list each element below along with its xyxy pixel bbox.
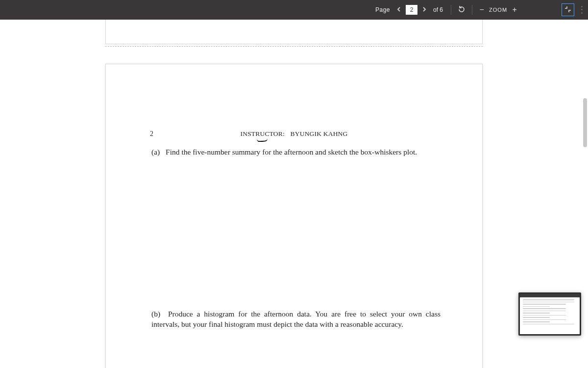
toolbar: Page of 6 − ZOOM +: [0, 0, 588, 20]
page-header: INSTRUCTOR: BYUNGIK KAHNG: [106, 130, 482, 138]
page-label: Page: [375, 6, 390, 13]
page-total-label: of 6: [433, 6, 443, 13]
instructor-name: BYUNGIK KAHNG: [291, 130, 348, 137]
page-thumbnail-preview[interactable]: [518, 292, 581, 336]
item-label: (b): [151, 310, 160, 318]
zoom-in-button[interactable]: +: [510, 5, 519, 14]
plus-icon: +: [512, 5, 516, 14]
question-a: (a) Find the five-number summary for the…: [151, 147, 441, 157]
chevron-left-icon: [396, 6, 401, 13]
next-page-button[interactable]: [419, 5, 429, 15]
instructor-label: INSTRUCTOR:: [240, 130, 284, 137]
question-b: (b) Produce a histogram for the afternoo…: [151, 309, 441, 330]
item-label: (a): [151, 148, 160, 156]
separator: [472, 5, 472, 15]
vertical-scrollbar[interactable]: [582, 40, 587, 368]
zoom-out-button[interactable]: −: [477, 5, 486, 14]
scroll-thumb[interactable]: [583, 98, 587, 147]
document-viewport: 2 INSTRUCTOR: BYUNGIK KAHNG (a) Find the…: [0, 20, 588, 368]
prev-page-button[interactable]: [394, 5, 404, 15]
minus-icon: −: [479, 5, 484, 14]
thumbnail-header: [520, 294, 580, 297]
item-text: Find the five-number summary for the aft…: [166, 148, 417, 156]
chevron-right-icon: [422, 6, 427, 13]
rotate-button[interactable]: [456, 4, 467, 15]
page-gap: [105, 46, 483, 47]
collapse-icon: [564, 6, 571, 14]
more-menu-button[interactable]: [579, 5, 584, 15]
thumbnail-body: [520, 297, 580, 328]
page-number-input[interactable]: [406, 5, 417, 15]
separator: [451, 5, 451, 15]
exit-fullscreen-button[interactable]: [562, 3, 574, 16]
previous-page-sliver: [105, 20, 483, 44]
zoom-label: ZOOM: [489, 7, 507, 13]
document-page: 2 INSTRUCTOR: BYUNGIK KAHNG (a) Find the…: [105, 64, 483, 368]
rotate-icon: [458, 5, 466, 15]
item-text: Produce a histogram for the afternoon da…: [151, 310, 441, 328]
handwriting-mark: [257, 138, 268, 142]
